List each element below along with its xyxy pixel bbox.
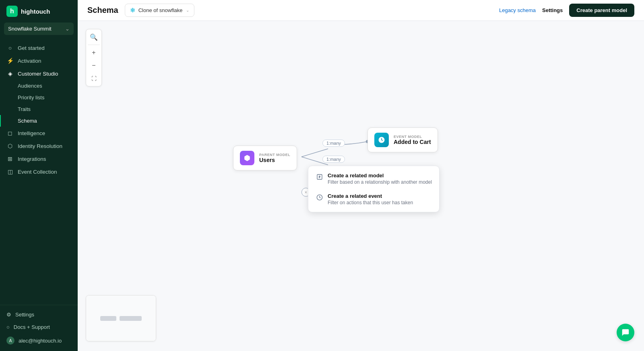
relationship-badge-1: 1:many [322,140,345,147]
traits-label: Traits [18,106,31,112]
sidebar-item-intelligence[interactable]: ◻ Intelligence [0,127,78,140]
source-selector[interactable]: ❄ Clone of snowflake ⌄ [125,4,194,17]
sidebar-label: Intelligence [18,130,45,136]
workspace-selector[interactable]: Snowflake Summit ⌄ [4,23,74,35]
sidebar-sub-traits[interactable]: Traits [0,103,78,115]
canvas-toolbar: 🔍 + − ⛶ [86,29,102,86]
sidebar-label: Integrations [18,156,46,162]
avatar: A [6,337,14,345]
header-left: Schema ❄ Clone of snowflake ⌄ [87,4,194,17]
sidebar-item-get-started[interactable]: ○ Get started [0,41,78,54]
sidebar-logo: h hightouch [0,0,78,23]
event-model-name: Added to Cart [394,139,431,145]
event-model-label: EVENT MODEL [394,135,431,139]
create-related-model-item[interactable]: Create a related model Filter based on a… [311,168,437,189]
sidebar-label: Event Collection [18,169,57,175]
related-event-title: Create a related event [328,193,432,199]
intelligence-icon: ◻ [6,130,14,136]
event-icon: ◫ [6,168,14,175]
workspace-name: Snowflake Summit [8,26,52,32]
minimap-bar-1 [100,316,116,321]
sidebar-item-activation[interactable]: ⚡ Activation [0,54,78,67]
header-settings-link[interactable]: Settings [542,7,563,13]
search-button[interactable]: 🔍 [88,31,100,43]
studio-icon: ◈ [6,70,14,77]
settings-icon: ⚙ [6,312,11,318]
chevron-down-icon: ⌄ [186,8,189,12]
page-title: Schema [87,6,118,15]
sidebar-label: Get started [18,45,45,51]
create-related-event-item[interactable]: Create a related event Filter on actions… [311,189,437,209]
header: Schema ❄ Clone of snowflake ⌄ Legacy sch… [78,0,644,21]
chat-button[interactable] [617,324,634,341]
sidebar-label: Activation [18,58,41,64]
schema-canvas: PARENT MODEL Users × 1:many 1:many EVENT… [78,21,644,351]
main-content: Schema ❄ Clone of snowflake ⌄ Legacy sch… [78,0,644,351]
related-event-desc: Filter on actions that this user has tak… [328,200,432,205]
related-model-desc: Filter based on a relationship with anot… [328,179,432,185]
logo-icon: h [6,6,18,17]
related-model-icon [316,173,324,181]
priority-lists-label: Priority lists [18,94,44,101]
parent-model-icon [240,151,254,165]
event-model-node[interactable]: EVENT MODEL Added to Cart [367,127,438,152]
sidebar: h hightouch Snowflake Summit ⌄ ○ Get sta… [0,0,78,351]
sidebar-item-event-collection[interactable]: ◫ Event Collection [0,165,78,178]
minimap-bar-2 [120,316,142,321]
sidebar-item-identity-resolution[interactable]: ⬡ Identity Resolution [0,140,78,152]
logo-text: hightouch [21,8,50,15]
related-model-title: Create a related model [328,172,432,179]
plus-icon: + [92,49,95,56]
docs-label: Docs + Support [14,324,50,330]
snowflake-icon: ❄ [130,6,135,14]
user-email: alec@hightouch.io [19,338,62,344]
canvas-area: 🔍 + − ⛶ [78,21,644,351]
sidebar-settings[interactable]: ⚙ Settings [0,308,78,321]
minus-icon: − [92,62,95,69]
fit-view-button[interactable]: ⛶ [88,72,100,84]
header-right: Legacy schema Settings Create parent mod… [499,4,634,17]
parent-model-name: Users [259,157,290,163]
source-name: Clone of snowflake [138,7,183,13]
parent-model-label: PARENT MODEL [259,153,290,157]
sidebar-item-customer-studio[interactable]: ◈ Customer Studio [0,67,78,80]
related-model-text: Create a related model Filter based on a… [328,172,432,185]
relationship-badge-2: 1:many [322,156,345,163]
parent-model-info: PARENT MODEL Users [259,153,290,163]
sidebar-item-integrations[interactable]: ⊞ Integrations [0,152,78,165]
circle-icon: ○ [6,45,14,51]
fit-icon: ⛶ [91,76,97,82]
sidebar-sub-audiences[interactable]: Audiences [0,80,78,92]
sidebar-label: Identity Resolution [18,143,62,149]
event-model-info: EVENT MODEL Added to Cart [394,135,431,145]
minimap [86,295,156,341]
sidebar-bottom: ⚙ Settings ○ Docs + Support A alec@hight… [0,305,78,351]
sidebar-sub-schema[interactable]: Schema [0,115,78,127]
zoom-out-button[interactable]: − [88,60,100,72]
identity-icon: ⬡ [6,143,14,149]
parent-model-node[interactable]: PARENT MODEL Users [233,146,297,170]
activation-icon: ⚡ [6,57,14,64]
integrations-icon: ⊞ [6,156,14,162]
create-parent-model-button[interactable]: Create parent model [569,4,634,17]
dropdown-menu: Create a related model Filter based on a… [308,166,440,212]
zoom-in-button[interactable]: + [88,47,100,59]
sidebar-sub-priority-lists[interactable]: Priority lists [0,92,78,103]
settings-label: Settings [15,312,34,318]
related-event-icon [316,193,324,201]
minimap-content [86,296,156,341]
event-model-icon [374,133,389,147]
sidebar-user[interactable]: A alec@hightouch.io [0,333,78,348]
chevron-down-icon: ⌄ [65,26,70,32]
sidebar-docs-support[interactable]: ○ Docs + Support [0,321,78,333]
schema-label: Schema [18,118,37,124]
search-icon: 🔍 [90,33,98,41]
audiences-label: Audiences [18,83,42,89]
legacy-schema-link[interactable]: Legacy schema [499,7,536,13]
docs-icon: ○ [6,324,10,330]
sidebar-label: Customer Studio [18,71,58,77]
related-event-text: Create a related event Filter on actions… [328,193,432,205]
nav-section: ○ Get started ⚡ Activation ◈ Customer St… [0,40,78,180]
